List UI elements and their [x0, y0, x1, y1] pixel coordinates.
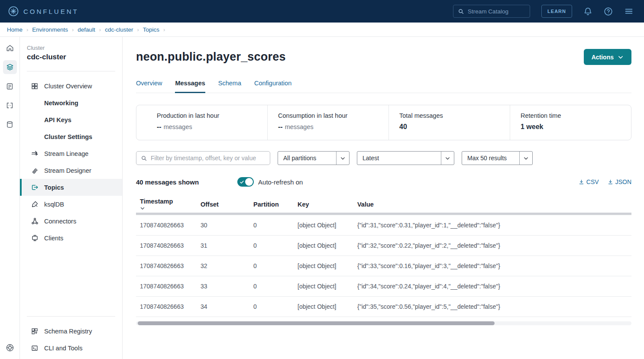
- topic-tabs: Overview Messages Schema Configuration: [136, 80, 631, 93]
- breadcrumb: Home › Environments › default › cdc-clus…: [0, 23, 644, 37]
- column-header-timestamp[interactable]: Timestamp: [136, 196, 197, 213]
- chevron-down-icon: [336, 152, 349, 165]
- database-icon[interactable]: [3, 117, 17, 131]
- chevron-right-icon: ›: [137, 26, 139, 33]
- home-icon[interactable]: [3, 41, 17, 55]
- table-row[interactable]: 1708740826663 30 0 [object Object] {"id"…: [136, 215, 631, 235]
- message-filter-search[interactable]: [136, 151, 270, 165]
- download-icon: [608, 179, 613, 185]
- scrollbar-thumb[interactable]: [138, 321, 495, 325]
- environment-layers-icon[interactable]: [3, 60, 17, 74]
- sidebar-item-ksqldb[interactable]: ksqlDB: [20, 196, 122, 213]
- breadcrumb-cdc-cluster[interactable]: cdc-cluster: [105, 26, 133, 33]
- sidebar-footer: Schema Registry CLI and Tools: [20, 307, 122, 359]
- stat-retention-time: Retention time 1 week: [510, 105, 631, 140]
- table-header-row: Timestamp Offset Partition Key Value: [136, 196, 631, 213]
- sidebar-item-label: Networking: [44, 100, 78, 107]
- sidebar-item-label: Cluster Overview: [44, 83, 92, 90]
- lineage-arrow-icon: [30, 149, 39, 158]
- sidebar-item-label: Stream Lineage: [44, 150, 88, 157]
- tab-schema[interactable]: Schema: [218, 80, 241, 93]
- stream-catalog-search[interactable]: [453, 5, 530, 18]
- table-row[interactable]: 1708740826663 31 0 [object Object] {"id"…: [136, 235, 631, 256]
- chevron-down-icon: [519, 152, 532, 165]
- sidebar-item-connectors[interactable]: Connectors: [20, 213, 122, 230]
- search-icon: [458, 8, 464, 15]
- column-header-value[interactable]: Value: [353, 196, 631, 213]
- chevron-right-icon: ›: [163, 26, 165, 33]
- sidebar-item-networking[interactable]: Networking: [20, 94, 122, 111]
- sidebar-item-label: Cluster Settings: [44, 133, 92, 140]
- sidebar-item-label: Stream Designer: [44, 167, 91, 174]
- designer-waves-icon: [30, 166, 39, 175]
- breadcrumb-environments[interactable]: Environments: [32, 26, 68, 33]
- grid-icon: [30, 82, 39, 90]
- breadcrumb-topics[interactable]: Topics: [143, 26, 159, 33]
- sidebar-item-cluster-overview[interactable]: Cluster Overview: [20, 78, 122, 94]
- download-json-link[interactable]: JSON: [608, 178, 631, 185]
- schema-registry-grid-icon: [30, 327, 39, 335]
- stat-consumption: Consumption in last hour --messages: [267, 105, 388, 140]
- sidebar-item-stream-lineage[interactable]: Stream Lineage: [20, 145, 122, 162]
- learn-button[interactable]: LEARN: [541, 5, 572, 18]
- tab-messages[interactable]: Messages: [175, 80, 205, 93]
- breadcrumb-default[interactable]: default: [78, 26, 95, 33]
- topics-icon: [30, 183, 39, 191]
- support-lifering-icon[interactable]: [3, 341, 17, 355]
- page-title: neon.public.player_scores: [136, 50, 286, 64]
- sidebar-item-label: API Keys: [44, 116, 71, 123]
- result-limit-select[interactable]: Max 50 results: [462, 151, 533, 165]
- stat-value: --: [278, 123, 283, 130]
- stat-value: --: [157, 123, 162, 130]
- sidebar-item-label: Topics: [44, 184, 64, 191]
- search-icon: [141, 155, 147, 162]
- download-csv-link[interactable]: CSV: [579, 178, 599, 185]
- sidebar-item-schema-registry[interactable]: Schema Registry: [20, 323, 122, 340]
- sidebar-item-cli-and-tools[interactable]: CLI and Tools: [20, 340, 122, 356]
- sidebar-item-label: Connectors: [44, 218, 76, 225]
- sidebar-item-topics[interactable]: Topics: [20, 179, 122, 196]
- sidebar-item-api-keys[interactable]: API Keys: [20, 111, 122, 128]
- sidebar-item-label: ksqlDB: [44, 201, 64, 208]
- column-header-offset[interactable]: Offset: [197, 196, 249, 213]
- messages-toolbar: 40 messages shown Auto-refresh on CSV: [136, 177, 631, 187]
- document-icon[interactable]: [3, 79, 17, 93]
- ksql-pen-icon: [30, 200, 39, 208]
- stream-catalog-input[interactable]: [468, 8, 520, 15]
- confluent-logo[interactable]: CONFLUENT: [8, 6, 79, 17]
- auto-refresh-toggle[interactable]: [237, 177, 254, 187]
- chevron-right-icon: ›: [99, 26, 101, 33]
- cluster-name: cdc-cluster: [20, 51, 122, 61]
- notifications-bell-icon[interactable]: [583, 7, 592, 16]
- actions-button[interactable]: Actions: [584, 49, 631, 65]
- download-icon: [579, 179, 584, 185]
- stream-governance-icon[interactable]: [3, 98, 17, 112]
- main-content: neon.public.player_scores Actions Overvi…: [123, 37, 644, 359]
- column-header-key[interactable]: Key: [294, 196, 353, 213]
- divider: [27, 71, 115, 71]
- stat-value: 1 week: [521, 123, 543, 130]
- sidebar-item-clients[interactable]: Clients: [20, 230, 122, 246]
- table-row[interactable]: 1708740826663 32 0 [object Object] {"id"…: [136, 256, 631, 276]
- chevron-right-icon: ›: [72, 26, 74, 33]
- breadcrumb-home[interactable]: Home: [7, 26, 23, 33]
- tab-overview[interactable]: Overview: [136, 80, 162, 93]
- table-row[interactable]: 1708740826663 34 0 [object Object] {"id"…: [136, 296, 631, 317]
- chevron-down-icon: [618, 54, 624, 60]
- offset-order-select[interactable]: Latest: [357, 151, 454, 165]
- sidebar-item-label: Clients: [44, 235, 63, 242]
- message-filter-input[interactable]: [151, 155, 265, 162]
- table-row[interactable]: 1708740826663 33 0 [object Object] {"id"…: [136, 276, 631, 296]
- horizontal-scrollbar[interactable]: [136, 321, 631, 325]
- hamburger-menu-icon[interactable]: [624, 6, 634, 16]
- sidebar-item-stream-designer[interactable]: Stream Designer: [20, 162, 122, 179]
- sidebar-item-label: CLI and Tools: [44, 345, 82, 352]
- column-header-partition[interactable]: Partition: [249, 196, 294, 213]
- connectors-nodes-icon: [30, 217, 39, 225]
- auto-refresh-label: Auto-refresh on: [258, 178, 303, 186]
- sidebar-item-cluster-settings[interactable]: Cluster Settings: [20, 128, 122, 145]
- tab-configuration[interactable]: Configuration: [254, 80, 291, 93]
- help-icon[interactable]: [604, 7, 613, 16]
- partition-select[interactable]: All partitions: [278, 151, 350, 165]
- stat-production: Production in last hour --messages: [136, 105, 267, 140]
